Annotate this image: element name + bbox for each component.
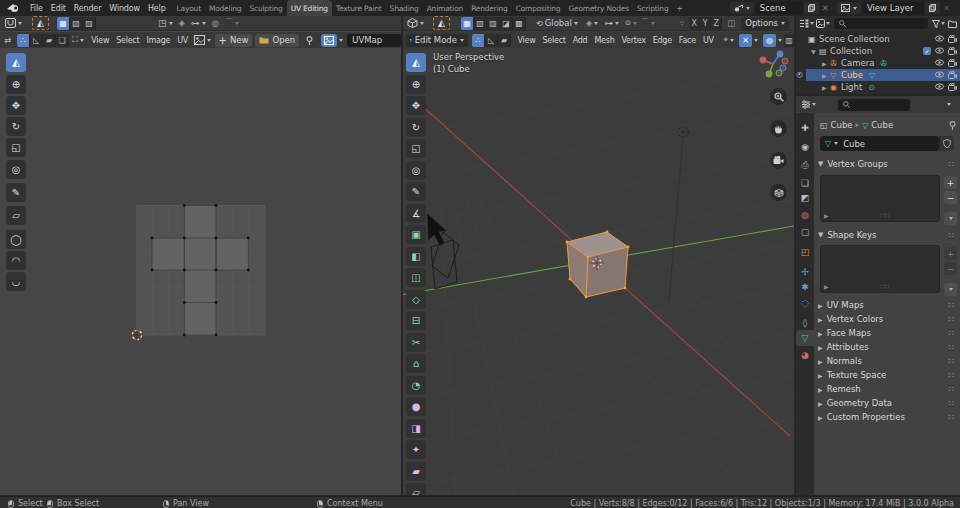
viewport-editor-type-button[interactable]	[407, 18, 424, 28]
render-visibility-icon[interactable]	[948, 47, 957, 55]
viewport-menu-select[interactable]: Select	[539, 36, 569, 45]
uv-proportional-toggle[interactable]: ◎	[212, 18, 219, 28]
topbar-menu-file[interactable]: File	[26, 4, 47, 13]
scene-copy-button[interactable]	[804, 2, 819, 14]
outliner-filter-dropdown[interactable]	[932, 20, 945, 28]
viewport-tool-smooth[interactable]: ●	[406, 397, 426, 416]
properties-tab-constraints[interactable]: ◊	[796, 315, 814, 331]
viewport-active-tool-button[interactable]: ◭	[433, 16, 450, 30]
viewport-menu-edge[interactable]: Edge	[649, 36, 675, 45]
panel-custom-properties[interactable]: ▶Custom Properties∷	[818, 410, 960, 424]
panel-attributes[interactable]: ▶Attributes∷	[818, 340, 960, 354]
shape-key-remove-button[interactable]: −	[944, 262, 957, 275]
uv-face-mode-button[interactable]: ▰	[43, 34, 56, 47]
vertex-group-remove-button[interactable]: −	[944, 191, 957, 204]
properties-tab-render[interactable]: ◉	[796, 139, 814, 155]
workspace-tab-sculpting[interactable]: Sculpting	[245, 0, 286, 16]
orthographic-icon[interactable]	[770, 184, 787, 201]
vp-select-intersect-button[interactable]: ▩	[513, 17, 526, 30]
panel-menu-icon[interactable]: ∷	[949, 412, 954, 422]
uv-image-browse-button[interactable]	[194, 35, 211, 45]
panel-menu-icon[interactable]: ∷	[949, 314, 954, 324]
visibility-eye-icon[interactable]	[935, 59, 944, 67]
visibility-eye-icon[interactable]	[935, 83, 944, 91]
pan-icon[interactable]	[770, 120, 787, 137]
outliner-row-scene-collection[interactable]: ▣Scene Collection	[796, 33, 960, 45]
vertex-select-button[interactable]: ∴	[472, 34, 485, 47]
uv-active-tool-button[interactable]: ◭	[32, 16, 49, 30]
properties-tab-object[interactable]: ◰	[796, 244, 814, 260]
outliner-item-label[interactable]: Camera	[841, 58, 874, 68]
shape-key-add-button[interactable]: +	[944, 247, 957, 260]
vertex-groups-panel-header[interactable]: ▼ Vertex Groups ∷	[818, 159, 960, 169]
new-image-button[interactable]: +New	[215, 34, 253, 47]
nav-gizmo[interactable]	[755, 46, 791, 82]
face-select-button[interactable]: ▰	[498, 34, 511, 47]
workspace-tab-layout[interactable]: Layout	[173, 0, 205, 16]
view-layer-copy-button[interactable]	[925, 2, 940, 14]
workspace-tab-rendering[interactable]: Rendering	[467, 0, 512, 16]
render-visibility-icon[interactable]	[948, 59, 957, 67]
workspace-tab-scripting[interactable]: Scripting	[633, 0, 673, 16]
vp-snap-target-dropdown[interactable]: ⊶	[604, 18, 619, 28]
visibility-eye-icon[interactable]	[935, 47, 944, 55]
uv-vertex-mode-button[interactable]: ∴	[17, 34, 30, 47]
disclosure-open-icon[interactable]: ▼	[811, 48, 819, 55]
properties-tab-collection[interactable]: ▢	[796, 224, 814, 240]
uv-menu-view[interactable]: View	[88, 36, 113, 45]
list-expand-icon[interactable]: ▶	[824, 212, 829, 219]
uv-sync-toggle[interactable]: ⇄	[4, 35, 11, 45]
add-workspace-tab[interactable]: +	[672, 0, 686, 16]
panel-menu-icon[interactable]: ∷	[949, 398, 954, 408]
vp-mirror-icon[interactable]: ◫	[727, 18, 735, 28]
workspace-tab-uv-editing[interactable]: UV Editing	[287, 0, 332, 16]
outliner-item-label[interactable]: Cube	[841, 70, 863, 80]
topbar-menu-render[interactable]: Render	[70, 4, 106, 13]
outliner-display-mode-dropdown[interactable]	[799, 19, 814, 28]
outliner-row-camera[interactable]: ▶✇Camera✇	[796, 57, 960, 69]
viewport-tool-loop-cut[interactable]: ⊟	[406, 311, 426, 330]
xray-toggle[interactable]: ▥	[784, 34, 794, 47]
breadcrumb-object-name[interactable]: Cube	[831, 120, 853, 130]
outliner-item-label[interactable]: Collection	[830, 46, 872, 56]
uv-island-mode-button[interactable]: ❏	[56, 34, 69, 47]
pin-id-icon[interactable]	[949, 121, 956, 130]
viewport-tool-move[interactable]: ✥	[406, 96, 426, 115]
render-visibility-icon[interactable]	[948, 35, 957, 43]
shape-keys-panel-header[interactable]: ▼ Shape Keys ∷	[818, 230, 960, 240]
panel-geometry-data[interactable]: ▶Geometry Data∷	[818, 396, 960, 410]
uv-snap-target-dropdown[interactable]: ⊶	[191, 18, 206, 28]
properties-search-input[interactable]	[838, 99, 910, 111]
topbar-menu-window[interactable]: Window	[105, 4, 144, 13]
workspace-tab-shading[interactable]: Shading	[386, 0, 423, 16]
viewport-tool-shear[interactable]: ▰	[406, 462, 426, 481]
mirror-axis-z[interactable]: Z	[711, 17, 722, 30]
viewport-menu-face[interactable]: Face	[675, 36, 699, 45]
viewport-tool-scale[interactable]: ◱	[406, 139, 426, 158]
properties-tab-view-layer[interactable]: ❏	[796, 175, 814, 191]
properties-tab-material[interactable]: ◕	[796, 347, 814, 363]
viewport-tool-bevel[interactable]: ◇	[406, 290, 426, 309]
mesh-name-field[interactable]: ▽ Cube	[820, 136, 939, 151]
uvmap-type-dropdown[interactable]	[321, 34, 343, 47]
panel-menu-icon[interactable]: ∷	[949, 328, 954, 338]
view-layer-name-field[interactable]: View Layer	[862, 2, 924, 14]
vp-select-subtract-button[interactable]: ▨	[487, 17, 500, 30]
uv-edge-mode-button[interactable]: ◺	[30, 34, 43, 47]
shape-keys-list[interactable]: ▶ ∷∷	[820, 245, 940, 293]
viewport-tool-cursor[interactable]: ⊕	[406, 75, 426, 94]
viewport-menu-mesh[interactable]: Mesh	[591, 36, 618, 45]
viewport-tool-transform[interactable]: ◎	[406, 161, 426, 180]
disclosure-closed-icon[interactable]: ▶	[822, 72, 830, 79]
panel-normals[interactable]: ▶Normals∷	[818, 354, 960, 368]
panel-uv-maps[interactable]: ▶UV Maps∷	[818, 298, 960, 312]
blender-logo-icon[interactable]	[0, 3, 26, 13]
properties-filter-dropdown[interactable]	[801, 100, 816, 109]
pin-icon[interactable]	[306, 36, 313, 45]
vp-snap-dropdown[interactable]: ◈	[586, 18, 599, 28]
viewport-tool-poly-build[interactable]: ⌂	[406, 354, 426, 373]
viewport-tool-add-cube[interactable]: ▣	[406, 225, 426, 244]
uv-sticky-mode-dropdown[interactable]: ⛶	[72, 35, 84, 45]
viewport-tool-spin[interactable]: ◔	[406, 376, 426, 395]
new-collection-button[interactable]	[948, 20, 957, 28]
